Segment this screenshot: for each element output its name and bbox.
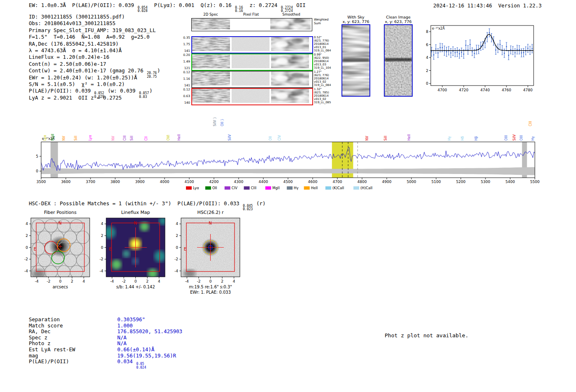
- data-point: [532, 48, 532, 49]
- data-point: [431, 51, 432, 52]
- info-text: ): [157, 67, 160, 74]
- spec2d-col-header-2dspec: 2D Spec: [191, 12, 230, 16]
- match-row: Photo zN/A: [29, 341, 182, 347]
- spec2d-row-right-labels: 0.99"(622, 950)20180614v013_03319_LL_104: [314, 53, 343, 70]
- withsky-title: With Sky: [337, 15, 374, 19]
- spec2d-row-right-labels: 1.27"(623, 776)20180614v013_02319_LL_084: [314, 70, 343, 87]
- match-row-value: 0.303596": [117, 316, 145, 322]
- emission-line-label: HeII: [407, 134, 411, 141]
- emission-line-label: HeII: [177, 134, 181, 141]
- legend-swatch: [304, 186, 310, 190]
- y-tick-label: 0: [176, 246, 178, 250]
- y-tick-label: 0: [26, 246, 28, 250]
- y-tick-label: 4: [426, 56, 428, 60]
- gaussian-fit-line: [430, 35, 533, 51]
- weighted-sum-label: WeightedSum: [314, 18, 329, 25]
- summary-text: EW: 1.0±0.3Å P(LAE)/P(OII): 0.039: [29, 2, 137, 8]
- right-label: 319_LL_104: [314, 66, 343, 70]
- withsky-noise-image: [342, 25, 369, 96]
- info-line-0: ID: 3001211855 (3001211855.pdf): [29, 14, 160, 20]
- match-row-value: N/A: [117, 334, 127, 341]
- info-line-2: Primary Spec_Slot_IFU_AMP: 319_083_023_L…: [29, 27, 160, 34]
- spec2d-panel: 2D Spec Pixel Flat Smoothed WeightedSum0…: [191, 12, 344, 108]
- info-line-4: RA,Dec (176.855042,51.425819): [29, 41, 160, 47]
- x-tick-label: 3900: [135, 180, 145, 184]
- info-text: LyA z = 2.9021 OII z = 0.2725: [29, 95, 122, 101]
- spec2d-row-0: [191, 36, 313, 53]
- flux-blob: [111, 260, 121, 269]
- row-pixelflat-strip: [232, 72, 269, 86]
- row-smoothed-strip: [271, 54, 309, 68]
- y-tick-label: 8: [426, 30, 428, 34]
- match-row-label: Spec z: [29, 335, 117, 341]
- flux-blob: [154, 251, 166, 262]
- legend-label: (K)CaII: [332, 186, 344, 190]
- right-label: v013_02: [314, 80, 343, 84]
- y-tick-label: -4: [174, 269, 178, 273]
- plot-frame: [431, 26, 534, 86]
- emission-line-label: OIII: [504, 135, 508, 141]
- legend-label: Lyα: [193, 186, 199, 190]
- hsc-text: (r): [253, 200, 265, 206]
- match-row-value: 0.66(±0.14)Å: [117, 346, 154, 353]
- legend-swatch: [225, 186, 230, 190]
- y-tick-label: 2: [26, 234, 28, 238]
- legend-label: (H)CaII: [360, 186, 372, 190]
- x-tick-label: 2: [221, 279, 223, 283]
- left-label: 140: [183, 101, 190, 104]
- info-frac: 0.0570.03: [139, 92, 149, 99]
- row-2dspec-strip: [192, 37, 230, 51]
- row-smoothed-strip: [271, 89, 309, 103]
- data-point: [506, 46, 507, 47]
- summary-text: z: 0.2724: [243, 2, 280, 8]
- row-2dspec-strip: [192, 54, 230, 68]
- right-label: 1.27": [314, 70, 343, 74]
- info-text: LineFlux = 1.20(±0.24)e-16: [29, 54, 109, 60]
- row-pixelflat-strip: [232, 37, 269, 51]
- hsc-xlabel: m:19.5 re:1.6" s:0.3": [181, 285, 240, 289]
- data-point: [489, 32, 490, 33]
- info-text: Cont(w) = 2.40(±0.01)e-17 (gmag 20.76: [29, 67, 146, 74]
- emission-line-label: NV: [365, 136, 369, 141]
- lineflux-map-title: Lineflux Map: [106, 210, 165, 215]
- match-row: Separation0.303596": [29, 317, 182, 323]
- left-label: 1.16: [183, 77, 190, 81]
- legend-swatch: [353, 186, 359, 190]
- error-band: [41, 167, 535, 175]
- spec2d-row-left-labels: 0.120.63140: [183, 88, 190, 104]
- info-sub: 20.75: [147, 75, 157, 79]
- right-label: 319_LL_084: [314, 84, 343, 87]
- legend-label: CIII: [251, 186, 256, 190]
- y-tick-label: -2: [100, 257, 103, 261]
- y-tick-label: 0: [36, 169, 38, 173]
- info-line-7: Cont(n) = 2.50(±0.06)e-17: [29, 61, 160, 67]
- right-label: (622, 950): [314, 56, 343, 60]
- data-point: [435, 49, 436, 49]
- x-tick-label: 4100: [185, 180, 194, 184]
- info-line-5: λ = 4743.63Å σ = 4.10(±1.04)Å: [29, 47, 160, 54]
- info-text: S/N = 5.1(±0.5) χ² = 1.0(±0.2): [29, 81, 125, 87]
- right-label: v013_02: [314, 97, 343, 101]
- info-text: ID: 3001211855 (3001211855.pdf): [29, 14, 125, 20]
- x-tick-label: 0: [209, 279, 212, 283]
- hsc-frac: 0.0450.023: [242, 204, 253, 211]
- y-tick-label: -2: [174, 257, 178, 261]
- info-line-9: EWr = 1.20(±0.24) (w: 1.20(±0.25))Å: [29, 74, 160, 81]
- y-tick-label: 5: [36, 154, 38, 158]
- detection-info-block: ID: 3001211855 (3001211855.pdf)Obs: 2018…: [29, 14, 160, 101]
- spec2d-row-3: [191, 88, 313, 105]
- info-text: F=1.5" T=0.146 N̄=1.08 A=0.92 g=25.0: [29, 34, 150, 40]
- info-text: Primary Spec_Slot_IFU_AMP: 319_083_023_L…: [29, 27, 156, 33]
- neighbor-blob: [183, 269, 196, 278]
- flux-blob: [140, 222, 149, 231]
- data-point: [465, 45, 466, 46]
- legend-label: CIV: [232, 186, 237, 190]
- right-label: 20180614: [314, 42, 343, 46]
- info-text: ): [149, 88, 153, 94]
- data-point: [472, 51, 473, 52]
- right-label: 0.99": [314, 53, 343, 56]
- x-tick-label: 4: [83, 279, 85, 283]
- emission-line-label: OVI: [167, 135, 170, 141]
- emission-line-label: MgII: [51, 134, 55, 141]
- x-tick-label: 4900: [382, 180, 392, 184]
